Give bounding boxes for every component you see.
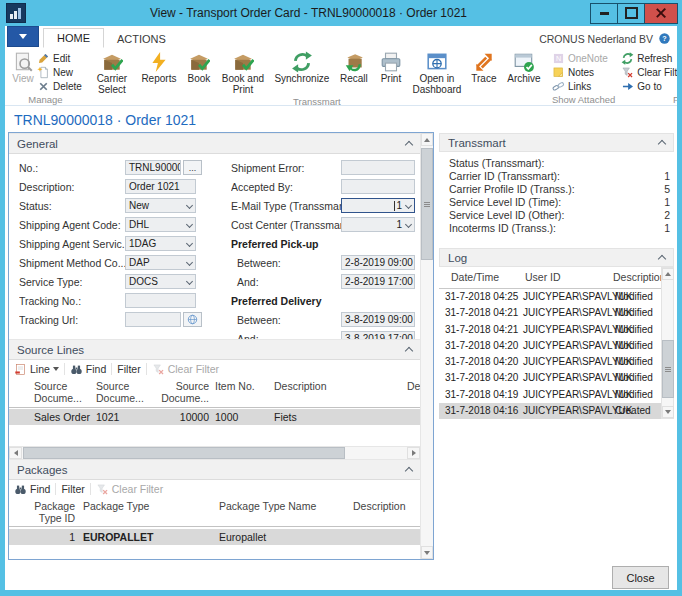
new-button[interactable]: New: [37, 66, 82, 79]
column-header[interactable]: Description: [353, 500, 419, 512]
collapse-icon[interactable]: [658, 255, 666, 263]
column-header[interactable]: De: [407, 380, 421, 392]
fasttab-general-header[interactable]: General: [9, 133, 420, 154]
shipment-error-field[interactable]: [341, 160, 415, 175]
tab-actions[interactable]: ACTIONS: [104, 30, 179, 48]
column-header[interactable]: Description: [613, 271, 666, 283]
scroll-left-button[interactable]: [9, 447, 22, 459]
synchronize-button[interactable]: Synchronize: [270, 50, 334, 86]
help-icon[interactable]: [658, 32, 671, 45]
scroll-right-button[interactable]: [407, 447, 420, 459]
scroll-down-button[interactable]: [662, 406, 674, 418]
assist-edit-button[interactable]: ...: [183, 160, 202, 175]
scrollbar-thumb[interactable]: [23, 447, 345, 459]
links-button[interactable]: Links: [552, 80, 608, 93]
no-field[interactable]: TRNL90000...: [125, 160, 181, 175]
log-vertical-scrollbar[interactable]: [661, 267, 674, 419]
log-row[interactable]: 31-7-2018 04:21JUICYPEAR\SPAVLYUKModifie…: [439, 305, 661, 321]
find-button[interactable]: Find: [70, 363, 106, 376]
collapse-icon[interactable]: [405, 467, 413, 475]
scroll-down-button[interactable]: [421, 546, 433, 559]
column-header[interactable]: Item No.: [215, 380, 265, 392]
pickup-between-field[interactable]: 2-8-2019 09:00: [341, 255, 415, 270]
accepted-by-field[interactable]: [341, 179, 415, 194]
shipment-method-select[interactable]: DAP: [125, 255, 196, 270]
field-value[interactable]: 5: [664, 183, 670, 195]
edit-button[interactable]: Edit: [37, 52, 82, 65]
column-header[interactable]: User ID: [525, 271, 561, 283]
find-button[interactable]: Find: [14, 483, 50, 496]
cost-center-select[interactable]: 1: [341, 217, 415, 232]
reports-button[interactable]: Reports: [136, 50, 182, 86]
minimize-button[interactable]: [590, 3, 618, 24]
table-row[interactable]: Sales Order 1021 10000 1000 Fiets: [9, 409, 420, 425]
fasttab-source-lines-header[interactable]: Source Lines: [9, 339, 420, 360]
log-row[interactable]: 31-7-2018 04:20JUICYPEAR\SPAVLYUKModifie…: [439, 338, 661, 354]
scroll-up-button[interactable]: [421, 133, 433, 146]
print-button[interactable]: Print: [374, 50, 408, 86]
delete-button[interactable]: Delete: [37, 80, 82, 93]
service-type-select[interactable]: DOCS: [125, 274, 196, 289]
shipping-agent-code-select[interactable]: DHL: [125, 217, 196, 232]
scrollbar-thumb[interactable]: [662, 340, 674, 398]
archive-button[interactable]: Archive: [502, 50, 546, 86]
close-button[interactable]: Close: [612, 566, 669, 589]
horizontal-scrollbar[interactable]: [9, 446, 420, 459]
log-row[interactable]: 31-7-2018 04:19JUICYPEAR\SPAVLYUKModifie…: [439, 387, 661, 403]
field-value[interactable]: 1: [664, 222, 670, 234]
maximize-button[interactable]: [617, 3, 645, 24]
collapse-icon[interactable]: [405, 141, 413, 149]
application-menu-button[interactable]: [7, 26, 39, 47]
clear-filter-button[interactable]: Clear Filter: [621, 66, 677, 79]
status-select[interactable]: New: [125, 198, 196, 213]
collapse-icon[interactable]: [658, 140, 666, 148]
fasttab-packages-header[interactable]: Packages: [9, 459, 420, 480]
log-row[interactable]: 31-7-2018 04:25JUICYPEAR\SPAVLYUKModifie…: [439, 289, 661, 305]
collapse-icon[interactable]: [405, 347, 413, 355]
filter-button[interactable]: Filter: [117, 363, 140, 375]
column-header[interactable]: Package Type: [83, 500, 193, 512]
column-header[interactable]: Date/Time: [451, 271, 499, 283]
goto-button[interactable]: Go to: [621, 80, 677, 93]
log-row[interactable]: 31-7-2018 04:20JUICYPEAR\SPAVLYUKModifie…: [439, 370, 661, 386]
log-row-selected[interactable]: 31-7-2018 04:16JUICYPEAR\SPAVLYUKCreated: [439, 403, 661, 419]
column-header[interactable]: Source Docume...: [34, 380, 92, 404]
tracking-url-field[interactable]: [125, 312, 181, 327]
tab-home[interactable]: HOME: [43, 28, 104, 48]
book-button[interactable]: Book: [182, 50, 216, 86]
close-window-button[interactable]: [644, 3, 678, 24]
factbox-transsmart-header[interactable]: Transsmart: [439, 133, 674, 152]
recall-button[interactable]: Recall: [334, 50, 374, 86]
table-row[interactable]: 1 EUROPALLET Europallet: [9, 529, 420, 545]
chevron-down-icon: [186, 240, 193, 247]
scroll-up-button[interactable]: [662, 268, 674, 280]
log-row[interactable]: 31-7-2018 04:20JUICYPEAR\SPAVLYUKModifie…: [439, 354, 661, 370]
column-header[interactable]: Package Type ID: [17, 500, 75, 524]
column-header[interactable]: Source Docume...: [96, 380, 154, 404]
column-header[interactable]: Description: [274, 380, 364, 392]
column-header[interactable]: Package Type Name: [219, 500, 339, 512]
field-value[interactable]: 2: [664, 209, 670, 221]
notes-button[interactable]: Notes: [552, 66, 608, 79]
tracking-no-field[interactable]: [125, 293, 196, 308]
description-field[interactable]: Order 1021: [125, 179, 196, 194]
field-value[interactable]: 1: [664, 196, 670, 208]
pickup-and-field[interactable]: 2-8-2019 17:00: [341, 274, 415, 289]
field-value[interactable]: 1: [664, 170, 670, 182]
scrollbar-thumb[interactable]: [421, 148, 433, 260]
delivery-between-field[interactable]: 3-8-2019 09:00: [341, 312, 415, 327]
shipping-agent-service-select[interactable]: 1DAG: [125, 236, 196, 251]
factbox-log-header[interactable]: Log: [439, 248, 674, 267]
carrier-select-button[interactable]: Carrier Select: [88, 50, 136, 96]
refresh-button[interactable]: Refresh: [621, 52, 677, 65]
vertical-scrollbar[interactable]: [420, 133, 433, 559]
open-in-dashboard-button[interactable]: Open in Dashboard: [408, 50, 466, 96]
column-header[interactable]: Source Docume...: [157, 380, 209, 404]
trace-button[interactable]: Trace: [466, 50, 502, 86]
filter-button[interactable]: Filter: [61, 483, 84, 495]
book-and-print-button[interactable]: Book and Print: [216, 50, 270, 96]
email-type-select[interactable]: 1: [341, 198, 415, 213]
open-url-button[interactable]: [183, 312, 202, 327]
log-row[interactable]: 31-7-2018 04:21JUICYPEAR\SPAVLYUKModifie…: [439, 322, 661, 338]
line-menu-button[interactable]: Line: [14, 363, 59, 376]
